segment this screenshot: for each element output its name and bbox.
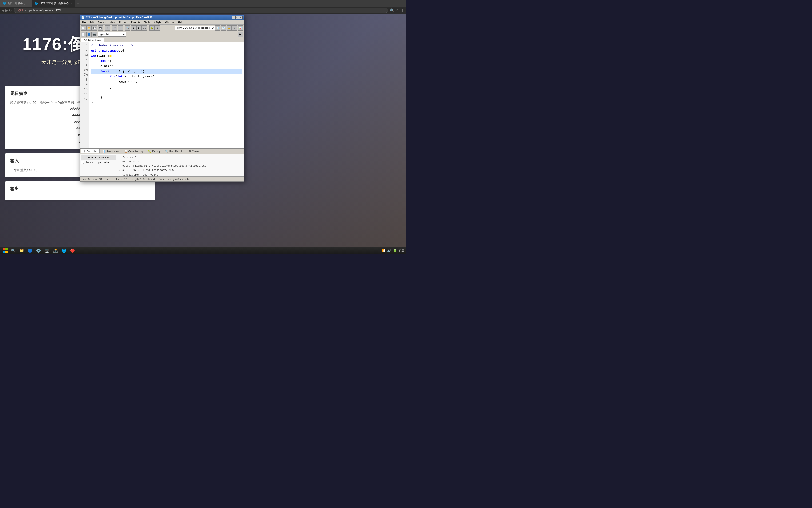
ide-close-btn[interactable]: ✕	[239, 16, 242, 19]
taskbar-settings[interactable]: ⚙️	[35, 248, 42, 253]
new-tab-button[interactable]: +	[75, 0, 81, 7]
taskbar-search[interactable]: 🔍	[9, 248, 17, 253]
toolbar-save[interactable]: 💾	[92, 26, 97, 31]
status-lines: Lines: 12	[116, 178, 127, 180]
taskbar-dev[interactable]: 🖥️	[43, 248, 51, 253]
toolbar-extra-4[interactable]: ✗	[232, 26, 237, 31]
toolbar-stop[interactable]: ■	[155, 26, 160, 31]
bottom-tab-resources[interactable]: 📊 Resources	[100, 149, 122, 153]
tab-2[interactable]: 🌐 1176:倒三角形 - 题解中心 ✕	[32, 0, 75, 7]
ide-bottom-content: Abort Compilation Shorten compiler paths…	[80, 154, 244, 176]
toolbar-new[interactable]: 📄	[81, 26, 86, 31]
taskbar-edge[interactable]: 🔵	[26, 248, 34, 253]
insert-mode: Insert	[148, 178, 155, 180]
globals-dropdown[interactable]: {globals}	[98, 32, 126, 37]
toolbar-extra-5[interactable]: 📊	[238, 26, 243, 31]
shorten-paths-checkbox[interactable]	[81, 161, 84, 164]
compiler-output: - Errors: 0 - Warnings: 0 - Output Filen…	[117, 154, 244, 176]
menu-tools[interactable]: Tools	[142, 20, 152, 25]
ide-bottom-panel: ⚙ Compiler 📊 Resources 📋 Compile Log 🐛 D…	[80, 148, 244, 176]
bottom-tab-find-results[interactable]: 🔍 Find Results	[163, 149, 186, 153]
compiler-controls: Abort Compilation Shorten compiler paths	[80, 154, 117, 176]
bottom-tab-debug[interactable]: 🐛 Debug	[146, 149, 162, 153]
battery-icon[interactable]: 🔋	[393, 249, 397, 252]
taskbar-app-red[interactable]: 🔴	[69, 248, 76, 253]
tab-2-label: 1176:倒三角形 - 题解中心	[39, 2, 69, 5]
taskbar-dev-icon: 🖥️	[45, 248, 49, 253]
windows-logo-icon	[3, 248, 7, 253]
address-input[interactable]: 不安全 cpppschool.cn/question/p1176/	[14, 8, 388, 13]
bottom-tab-compiler[interactable]: ⚙ Compiler	[81, 149, 99, 154]
address-text: cpppschool.cn/question/p1176/	[25, 9, 61, 12]
toolbar-run[interactable]: ▶	[136, 26, 142, 31]
start-button[interactable]	[2, 248, 8, 253]
toolbar-save-all[interactable]: 💾	[98, 26, 103, 31]
toolbar2-btn-a[interactable]: ▶	[238, 32, 243, 37]
menu-help[interactable]: Help	[176, 20, 185, 25]
menu-execute[interactable]: Execute	[129, 20, 142, 25]
taskbar-red-icon: 🔴	[70, 248, 75, 253]
toolbar-debug[interactable]: 🐛	[149, 26, 154, 31]
more-icon[interactable]: ⋮	[401, 8, 404, 12]
network-icon[interactable]: 📶	[381, 249, 385, 252]
compile-log-icon: 📋	[124, 150, 128, 153]
menu-window[interactable]: Window	[163, 20, 176, 25]
taskbar-capture[interactable]: 📸	[52, 248, 59, 253]
bottom-tab-close[interactable]: ✕ Close	[187, 149, 201, 153]
ide-minimize-btn[interactable]: _	[232, 16, 235, 19]
taskbar: 🔍 📁 🔵 ⚙️ 🖥️ 📸 🌐 🔴 📶 🔊 🔋 英语	[0, 247, 406, 254]
bottom-tab-compile-log[interactable]: 📋 Compile Log	[122, 149, 145, 153]
tab-bar: 🌐 题目 - 题解中心 ✕ 🌐 1176:倒三角形 - 题解中心 ✕ +	[0, 0, 81, 7]
tab-2-close[interactable]: ✕	[70, 2, 72, 5]
zoom-icon[interactable]: 🔍	[390, 8, 394, 12]
toolbar-extra-3[interactable]: 🔒	[227, 26, 232, 31]
toolbar-find[interactable]: 🔍	[125, 26, 130, 31]
ide-bottom-tabs: ⚙ Compiler 📊 Resources 📋 Compile Log 🐛 D…	[80, 149, 244, 154]
menu-search[interactable]: Search	[96, 20, 108, 25]
address-bar: ◀ ▶ ↻ 不安全 cpppschool.cn/question/p1176/ …	[0, 7, 406, 14]
status-length: Length: 166	[131, 178, 145, 180]
toolbar-compile[interactable]: ⚙	[131, 26, 136, 31]
back-icon[interactable]: ◀	[2, 8, 4, 12]
taskbar-files[interactable]: 📁	[18, 248, 26, 253]
toolbar-undo[interactable]: ↩	[112, 26, 117, 31]
toolbar-open[interactable]: 📂	[86, 26, 92, 31]
taskbar-browser[interactable]: 🌐	[60, 248, 68, 253]
tab-1[interactable]: 🌐 题目 - 题解中心 ✕	[0, 0, 32, 7]
status-col: Col: 18	[93, 178, 102, 180]
toolbar-compile-run[interactable]: ▶▶	[142, 26, 147, 31]
tab-1-close[interactable]: ✕	[27, 2, 29, 5]
status-line: Line: 6	[82, 178, 90, 180]
taskbar-browser-icon: 🌐	[62, 248, 66, 253]
menu-view[interactable]: View	[108, 20, 117, 25]
toolbar2-btn3[interactable]: 📷	[92, 32, 97, 37]
editor-tab-active[interactable]: *Untitled1.cpp	[81, 38, 104, 42]
menu-edit[interactable]: Edit	[88, 20, 96, 25]
svg-rect-1	[5, 248, 7, 250]
toolbar-extra-1[interactable]: 📊	[215, 26, 221, 31]
shorten-paths-checkbox-area: Shorten compiler paths	[81, 161, 116, 164]
bookmark-icon[interactable]: ☆	[396, 8, 399, 12]
menu-file[interactable]: File	[80, 20, 88, 25]
menu-astyle[interactable]: AStyle	[152, 20, 163, 25]
toolbar2-btn2[interactable]: 🔵	[86, 32, 92, 37]
compiler-dropdown[interactable]: TDM-GCC 4.9.2 64-bit Release	[175, 26, 215, 30]
ide-editor[interactable]: 1 2 3◄ 4 5 6◄ 7◄ 8 9 10 11 12 #include<b…	[80, 42, 244, 148]
toolbar-print[interactable]: 🖨	[105, 26, 110, 31]
refresh-icon[interactable]: ↻	[9, 8, 12, 12]
toolbar2-btn1[interactable]: 📄	[81, 32, 86, 37]
forward-icon[interactable]: ▶	[5, 8, 8, 12]
menu-project[interactable]: Project	[117, 20, 129, 25]
toolbar-redo[interactable]: ↪	[118, 26, 123, 31]
ide-toolbar-secondary: 📄 🔵 📷 {globals} ▶	[80, 31, 244, 37]
ide-file-icon: 📄	[81, 16, 85, 19]
nav-icons: ◀ ▶ ↻	[2, 8, 12, 12]
toolbar-extra-2[interactable]: 📉	[221, 26, 226, 31]
abort-compilation-btn[interactable]: Abort Compilation	[81, 155, 116, 160]
debug-tab-label: Debug	[152, 150, 160, 153]
ide-maximize-btn[interactable]: □	[235, 16, 239, 19]
speaker-icon[interactable]: 🔊	[387, 249, 391, 252]
output-line-5: - Compilation Time: 0.64s	[119, 173, 242, 176]
code-content[interactable]: #include<bits/stdc++.h> using namespace …	[89, 42, 244, 148]
debug-icon: 🐛	[148, 150, 151, 153]
